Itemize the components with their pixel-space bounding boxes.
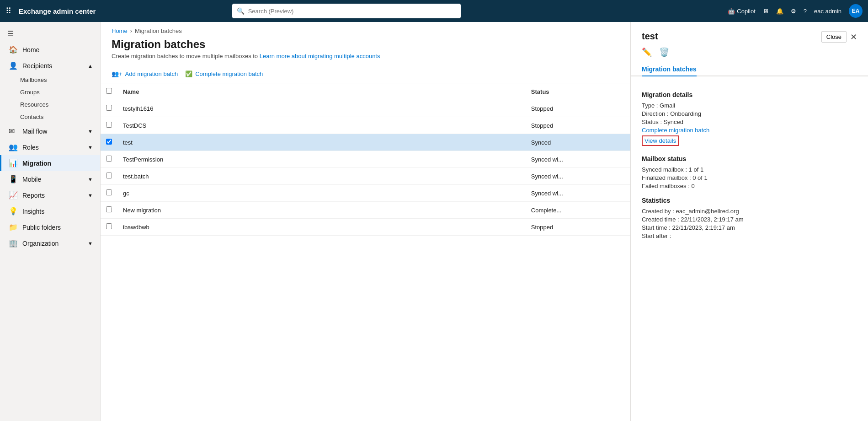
sidebar-item-label: Roles — [22, 144, 39, 151]
migration-direction: Direction : Onboarding — [642, 110, 857, 117]
row-checkbox[interactable] — [106, 223, 112, 229]
sidebar-item-organization[interactable]: 🏢 Organization ▼ — [0, 235, 100, 251]
row-name: test — [117, 134, 526, 151]
sidebar-item-recipients[interactable]: 👤 Recipients ▲ — [0, 58, 100, 74]
avatar[interactable]: EA — [849, 4, 863, 18]
bell-icon[interactable]: 🔔 — [776, 8, 783, 15]
sidebar-item-insights[interactable]: 💡 Insights — [0, 203, 100, 219]
detail-header: test Close ✕ — [631, 22, 868, 43]
chevron-down-icon: ▼ — [88, 177, 93, 182]
row-name: TestPermission — [117, 151, 526, 168]
search-box[interactable]: 🔍 — [232, 4, 461, 18]
sidebar-item-resources[interactable]: Resources — [20, 98, 100, 111]
sidebar-item-migration[interactable]: 📊 Migration — [0, 155, 100, 171]
failed-mailboxes: Failed mailboxes : 0 — [642, 183, 857, 189]
sidebar-item-mailboxes[interactable]: Mailboxes — [20, 74, 100, 86]
chevron-down-icon: ▼ — [88, 129, 93, 134]
sidebar-item-reports[interactable]: 📈 Reports ▼ — [0, 187, 100, 203]
home-icon: 🏠 — [9, 45, 18, 54]
delete-icon[interactable]: 🗑️ — [659, 47, 669, 57]
select-all-header[interactable] — [101, 83, 117, 100]
complete-migration-link[interactable]: Complete migration batch — [642, 127, 857, 134]
row-checkbox[interactable] — [106, 139, 112, 145]
chevron-down-icon: ▼ — [88, 145, 93, 150]
sidebar-item-label: Home — [22, 46, 39, 54]
row-name: test.batch — [117, 168, 526, 185]
sidebar-item-label: Organization — [22, 240, 59, 247]
mailbox-status-title: Mailbox status — [642, 155, 857, 162]
select-all-checkbox[interactable] — [106, 88, 112, 94]
learn-more-link[interactable]: Learn more about migrating multiple acco… — [260, 53, 380, 59]
sidebar-item-groups[interactable]: Groups — [20, 86, 100, 98]
chevron-down-icon: ▼ — [88, 241, 93, 246]
row-checkbox-cell[interactable] — [101, 134, 117, 151]
row-checkbox[interactable] — [106, 156, 112, 162]
app-title: Exchange admin center — [19, 7, 96, 15]
complete-icon: ✅ — [185, 70, 192, 77]
close-button[interactable]: Close — [821, 31, 847, 43]
insights-icon: 💡 — [9, 207, 18, 216]
row-checkbox-cell[interactable] — [101, 219, 117, 236]
sidebar-item-mobile[interactable]: 📱 Mobile ▼ — [0, 171, 100, 187]
row-name: ibawdbwb — [117, 219, 526, 236]
migration-status: Status : Synced — [642, 119, 857, 125]
recipients-submenu: Mailboxes Groups Resources Contacts — [0, 74, 100, 123]
mail-flow-icon: ✉ — [9, 127, 18, 135]
settings-icon[interactable]: ⚙ — [791, 8, 796, 15]
tab-migration-batches[interactable]: Migration batches — [642, 62, 697, 76]
help-icon[interactable]: ? — [804, 8, 807, 15]
edit-icon[interactable]: ✏️ — [642, 47, 652, 57]
row-checkbox[interactable] — [106, 173, 112, 178]
user-name: eac admin — [814, 8, 841, 15]
row-checkbox-cell[interactable] — [101, 100, 117, 117]
created-by: Created by : eac_admin@bellred.org — [642, 208, 857, 215]
row-checkbox-cell[interactable] — [101, 185, 117, 202]
detail-action-icons: ✏️ 🗑️ — [631, 43, 868, 62]
row-checkbox[interactable] — [106, 206, 112, 212]
mail-icon[interactable]: 🖥 — [763, 8, 769, 15]
detail-tabs: Migration batches — [631, 62, 868, 76]
waffle-icon[interactable]: ⠿ — [5, 6, 11, 16]
sidebar-item-label: Migration — [22, 160, 51, 167]
sidebar-item-label: Mail flow — [22, 128, 47, 135]
row-checkbox-cell[interactable] — [101, 117, 117, 134]
row-checkbox-cell[interactable] — [101, 168, 117, 185]
row-checkbox-cell[interactable] — [101, 202, 117, 219]
chevron-down-icon: ▼ — [88, 193, 93, 198]
topbar: ⠿ Exchange admin center 🔍 🤖 Copilot 🖥 🔔 … — [0, 0, 868, 22]
layout: ☰ 🏠 Home 👤 Recipients ▲ Mailboxes Groups… — [0, 22, 868, 421]
sidebar-item-label: Recipients — [22, 62, 52, 70]
roles-icon: 👥 — [9, 143, 18, 151]
sidebar-hamburger[interactable]: ☰ — [0, 26, 100, 42]
sidebar-item-public-folders[interactable]: 📁 Public folders — [0, 219, 100, 235]
row-checkbox[interactable] — [106, 105, 112, 111]
row-name: gc — [117, 185, 526, 202]
finalized-mailbox: Finalized mailbox : 0 of 1 — [642, 174, 857, 181]
sidebar-item-roles[interactable]: 👥 Roles ▼ — [0, 139, 100, 155]
detail-body: Migration details Type : Gmail Direction… — [631, 76, 868, 248]
copilot-button[interactable]: 🤖 Copilot — [728, 8, 755, 15]
sidebar-item-label: Mobile — [22, 176, 41, 183]
close-x-icon[interactable]: ✕ — [850, 32, 857, 42]
row-checkbox[interactable] — [106, 189, 112, 195]
topbar-actions: 🤖 Copilot 🖥 🔔 ⚙ ? eac admin EA — [728, 4, 863, 18]
add-icon: 👥+ — [112, 70, 122, 77]
search-input[interactable] — [248, 8, 456, 15]
sidebar-item-home[interactable]: 🏠 Home — [0, 42, 100, 58]
statistics-title: Statistics — [642, 197, 857, 204]
row-name: testylh1616 — [117, 100, 526, 117]
sidebar-item-contacts[interactable]: Contacts — [20, 111, 100, 123]
view-details-link[interactable]: View details — [642, 135, 679, 146]
reports-icon: 📈 — [9, 191, 18, 200]
sidebar-item-mail-flow[interactable]: ✉ Mail flow ▼ — [0, 123, 100, 139]
organization-icon: 🏢 — [9, 239, 18, 248]
breadcrumb-home[interactable]: Home — [112, 27, 128, 34]
created-time: Created time : 22/11/2023, 2:19:17 am — [642, 216, 857, 223]
breadcrumb-separator: › — [130, 27, 132, 34]
complete-migration-batch-button[interactable]: ✅ Complete migration batch — [185, 69, 263, 79]
row-checkbox[interactable] — [106, 122, 112, 128]
migration-details-title: Migration details — [642, 91, 857, 98]
add-migration-batch-button[interactable]: 👥+ Add migration batch — [112, 69, 178, 79]
migration-type: Type : Gmail — [642, 102, 857, 109]
row-checkbox-cell[interactable] — [101, 151, 117, 168]
